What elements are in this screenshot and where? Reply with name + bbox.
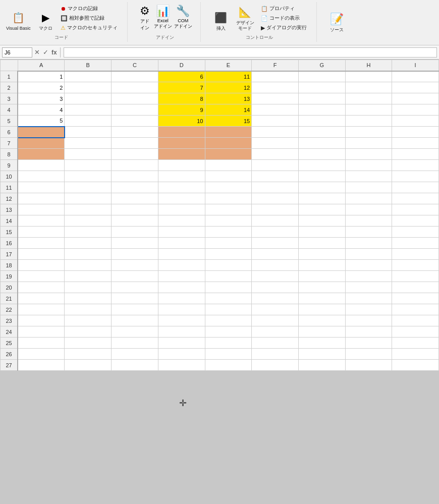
cell-E5[interactable]: 15 bbox=[205, 116, 252, 127]
cell-D1[interactable]: 6 bbox=[158, 71, 205, 82]
cell-A9[interactable] bbox=[18, 160, 65, 171]
cell-E15[interactable] bbox=[205, 227, 252, 238]
show-code-button[interactable]: 📄 コードの表示 bbox=[259, 14, 308, 23]
cell-F17[interactable] bbox=[252, 249, 299, 260]
cell-E17[interactable] bbox=[205, 249, 252, 260]
cell-A17[interactable] bbox=[18, 249, 65, 260]
cell-B10[interactable] bbox=[65, 171, 112, 182]
cell-H8[interactable] bbox=[345, 149, 392, 160]
cell-A1[interactable]: 1 bbox=[18, 71, 65, 82]
cell-A8[interactable] bbox=[18, 149, 65, 160]
cell-G14[interactable] bbox=[298, 215, 345, 227]
row-header-1[interactable]: 1 bbox=[1, 71, 18, 82]
cell-A27[interactable] bbox=[18, 360, 65, 371]
cell-H24[interactable] bbox=[345, 326, 392, 338]
cell-G21[interactable] bbox=[298, 293, 345, 304]
design-mode-button[interactable]: 📐 デザインモード bbox=[234, 3, 256, 32]
cell-I10[interactable] bbox=[392, 171, 439, 182]
cell-F4[interactable] bbox=[252, 104, 299, 116]
cell-C12[interactable] bbox=[112, 193, 158, 204]
cell-F11[interactable] bbox=[252, 182, 299, 193]
cell-G1[interactable] bbox=[298, 71, 345, 82]
cell-F1[interactable] bbox=[252, 71, 299, 82]
col-header-d[interactable]: D bbox=[158, 60, 205, 71]
cell-D9[interactable] bbox=[158, 160, 205, 171]
cell-B25[interactable] bbox=[65, 338, 112, 349]
addin-button[interactable]: ⚙ アドイン bbox=[138, 4, 152, 31]
cell-G4[interactable] bbox=[298, 104, 345, 116]
cell-D18[interactable] bbox=[158, 260, 205, 271]
cell-A11[interactable] bbox=[18, 182, 65, 193]
cell-E12[interactable] bbox=[205, 193, 252, 204]
cell-B7[interactable] bbox=[65, 138, 112, 149]
cell-D4[interactable]: 9 bbox=[158, 104, 205, 116]
cell-I3[interactable] bbox=[392, 93, 439, 104]
source-button[interactable]: 📝 ソース bbox=[327, 10, 347, 34]
cell-H17[interactable] bbox=[345, 249, 392, 260]
cell-D21[interactable] bbox=[158, 293, 205, 304]
cell-I7[interactable] bbox=[392, 138, 439, 149]
cell-C24[interactable] bbox=[112, 326, 158, 338]
cell-A13[interactable] bbox=[18, 204, 65, 215]
cell-D6[interactable] bbox=[158, 127, 205, 138]
cell-F20[interactable] bbox=[252, 282, 299, 293]
cell-I17[interactable] bbox=[392, 249, 439, 260]
cell-H25[interactable] bbox=[345, 338, 392, 349]
cell-I24[interactable] bbox=[392, 326, 439, 338]
cell-C19[interactable] bbox=[112, 271, 158, 282]
cell-E18[interactable] bbox=[205, 260, 252, 271]
cell-B11[interactable] bbox=[65, 182, 112, 193]
col-header-g[interactable]: G bbox=[298, 60, 345, 71]
cell-G27[interactable] bbox=[298, 360, 345, 371]
cell-I2[interactable] bbox=[392, 82, 439, 93]
cell-G2[interactable] bbox=[298, 82, 345, 93]
row-header-22[interactable]: 22 bbox=[1, 304, 18, 315]
cell-H12[interactable] bbox=[345, 193, 392, 204]
cell-I12[interactable] bbox=[392, 193, 439, 204]
cell-E4[interactable]: 14 bbox=[205, 104, 252, 116]
row-header-18[interactable]: 18 bbox=[1, 260, 18, 271]
cell-H16[interactable] bbox=[345, 238, 392, 249]
cell-A22[interactable] bbox=[18, 304, 65, 315]
cell-D2[interactable]: 7 bbox=[158, 82, 205, 93]
cell-C25[interactable] bbox=[112, 338, 158, 349]
cell-D7[interactable] bbox=[158, 138, 205, 149]
cell-I9[interactable] bbox=[392, 160, 439, 171]
cell-F9[interactable] bbox=[252, 160, 299, 171]
cell-G16[interactable] bbox=[298, 238, 345, 249]
cell-B17[interactable] bbox=[65, 249, 112, 260]
cell-H11[interactable] bbox=[345, 182, 392, 193]
cell-G12[interactable] bbox=[298, 193, 345, 204]
cell-B5[interactable] bbox=[65, 116, 112, 127]
cell-B16[interactable] bbox=[65, 238, 112, 249]
col-header-c[interactable]: C bbox=[112, 60, 158, 71]
cell-I23[interactable] bbox=[392, 315, 439, 326]
cell-C13[interactable] bbox=[112, 204, 158, 215]
cell-C16[interactable] bbox=[112, 238, 158, 249]
cell-B21[interactable] bbox=[65, 293, 112, 304]
row-header-2[interactable]: 2 bbox=[1, 82, 18, 93]
cell-B27[interactable] bbox=[65, 360, 112, 371]
row-header-19[interactable]: 19 bbox=[1, 271, 18, 282]
cell-E23[interactable] bbox=[205, 315, 252, 326]
cell-F27[interactable] bbox=[252, 360, 299, 371]
dialog-run-button[interactable]: ▶ ダイアログの実行 bbox=[259, 23, 308, 32]
cell-B18[interactable] bbox=[65, 260, 112, 271]
cell-I8[interactable] bbox=[392, 149, 439, 160]
cell-I1[interactable] bbox=[392, 71, 439, 82]
cell-B3[interactable] bbox=[65, 93, 112, 104]
cell-D11[interactable] bbox=[158, 182, 205, 193]
cell-F19[interactable] bbox=[252, 271, 299, 282]
row-header-12[interactable]: 12 bbox=[1, 193, 18, 204]
cell-B9[interactable] bbox=[65, 160, 112, 171]
cell-F16[interactable] bbox=[252, 238, 299, 249]
cell-E25[interactable] bbox=[205, 338, 252, 349]
cell-E27[interactable] bbox=[205, 360, 252, 371]
cell-C22[interactable] bbox=[112, 304, 158, 315]
cell-E11[interactable] bbox=[205, 182, 252, 193]
row-header-24[interactable]: 24 bbox=[1, 326, 18, 338]
cell-A24[interactable] bbox=[18, 326, 65, 338]
row-header-6[interactable]: 6 bbox=[1, 127, 18, 138]
cell-D17[interactable] bbox=[158, 249, 205, 260]
col-header-f[interactable]: F bbox=[252, 60, 299, 71]
